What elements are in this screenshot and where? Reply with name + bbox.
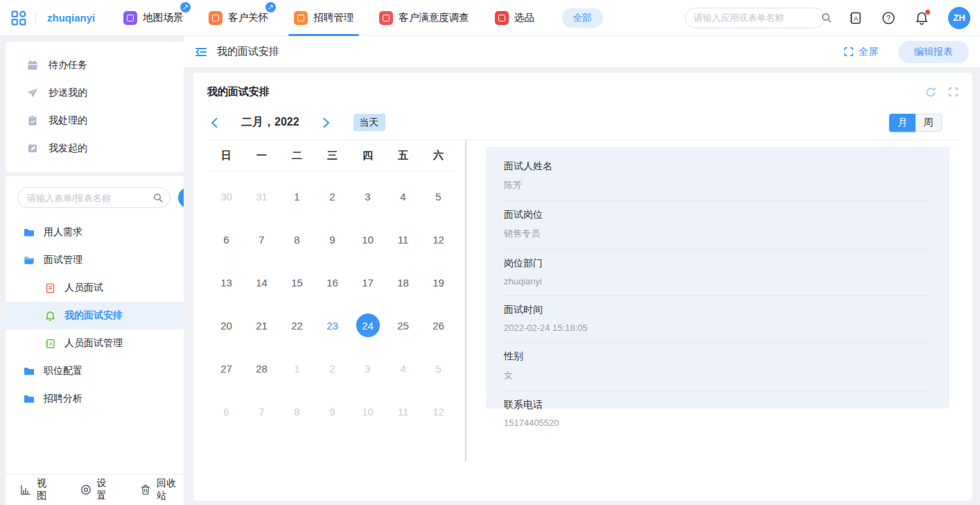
folder-staffing-needs[interactable]: 用人需求: [6, 219, 184, 246]
calendar-day[interactable]: 13: [215, 271, 238, 294]
sidebar-item-handled-by-me[interactable]: 我处理的: [6, 107, 184, 135]
help-icon[interactable]: ?: [882, 11, 895, 25]
edit-report-button[interactable]: 编辑报表: [898, 41, 969, 63]
report-my-interview-schedule[interactable]: 我的面试安排: [6, 302, 184, 329]
folder-interview-management[interactable]: 面试管理: [6, 246, 184, 274]
calendar-day[interactable]: 7: [250, 400, 274, 423]
app-grid-icon[interactable]: [11, 10, 26, 26]
form-search-input[interactable]: [27, 193, 149, 203]
expand-icon[interactable]: [948, 87, 959, 97]
calendar-day[interactable]: 8: [286, 228, 309, 251]
pin-icon: [180, 2, 191, 12]
avatar[interactable]: ZH: [948, 7, 970, 29]
calendar-day[interactable]: 25: [392, 314, 415, 337]
detail-field[interactable]: 面试岗位 销售专员: [504, 201, 930, 250]
form-personnel-interview[interactable]: 人员面试: [6, 274, 184, 302]
settings-button[interactable]: 设置: [80, 477, 115, 502]
calendar-day[interactable]: 24: [356, 314, 380, 337]
all-apps-button[interactable]: 全部: [562, 8, 603, 28]
app-tab-customer-care[interactable]: 客户关怀: [209, 0, 268, 36]
calendar-day[interactable]: 23: [321, 314, 344, 337]
calendar-day[interactable]: 5: [427, 357, 450, 380]
field-value: 陈芳: [504, 179, 930, 191]
detail-field[interactable]: 面试人姓名 陈芳: [504, 153, 930, 201]
calendar-day[interactable]: 16: [321, 271, 344, 294]
app-tab-recruitment[interactable]: 招聘管理: [294, 0, 353, 36]
folder-label: 职位配置: [44, 365, 82, 377]
detail-field[interactable]: 联系电话 15174405520: [504, 391, 930, 437]
app-tab-satisfaction-survey[interactable]: 客户满意度调查: [379, 0, 469, 36]
edit-doc-icon: [27, 143, 38, 154]
calendar-day[interactable]: 11: [392, 228, 415, 251]
calendar-day[interactable]: 19: [427, 271, 450, 294]
calendar-day[interactable]: 4: [392, 185, 415, 208]
calendar-day[interactable]: 2: [321, 357, 344, 380]
calendar-day[interactable]: 18: [392, 271, 415, 294]
calendar-day[interactable]: 7: [250, 228, 274, 251]
send-icon: [27, 87, 38, 99]
calendar-day[interactable]: 11: [392, 400, 415, 423]
calendar-day[interactable]: 14: [250, 271, 274, 294]
calendar-day[interactable]: 10: [356, 400, 380, 423]
app-tab-product-selection[interactable]: 选品: [495, 0, 534, 36]
calendar-day[interactable]: 5: [427, 185, 450, 208]
calendar-day[interactable]: 6: [215, 400, 238, 423]
month-view-button[interactable]: 月: [889, 114, 916, 132]
weekday-label: 四: [362, 149, 373, 162]
fullscreen-button[interactable]: 全屏: [843, 46, 878, 58]
calendar-day[interactable]: 10: [356, 228, 380, 251]
calendar-day[interactable]: 22: [286, 314, 309, 337]
week-view-button[interactable]: 周: [916, 114, 942, 132]
calendar-day[interactable]: 17: [356, 271, 380, 294]
calendar-day[interactable]: 2: [321, 185, 344, 208]
calendar-day[interactable]: 3: [356, 357, 380, 380]
calendar-day[interactable]: 3: [356, 185, 380, 208]
calendar-day[interactable]: 15: [286, 271, 309, 294]
notification-dot: [925, 10, 930, 15]
app-icon: [123, 11, 137, 25]
calendar-day[interactable]: 30: [215, 185, 238, 208]
calendar-day[interactable]: 27: [215, 357, 238, 380]
calendar-day[interactable]: 9: [321, 400, 344, 423]
bell-icon[interactable]: [915, 11, 929, 25]
calendar-day[interactable]: 4: [392, 357, 415, 380]
chevron-right-icon[interactable]: [318, 115, 333, 130]
calendar-day[interactable]: 1: [286, 185, 309, 208]
detail-field[interactable]: 性别 女: [504, 343, 930, 391]
app-tab-map-scene[interactable]: 地图场景: [123, 0, 183, 36]
calendar-day[interactable]: 20: [215, 314, 238, 337]
recycle-bin-button[interactable]: 回收站: [140, 477, 184, 502]
calendar-day[interactable]: 9: [321, 228, 344, 251]
global-search-input[interactable]: [694, 12, 816, 23]
detail-field[interactable]: 岗位部门 zhuqianyi: [504, 250, 930, 296]
folder-label: 用人需求: [44, 226, 82, 239]
form-search[interactable]: [17, 187, 170, 208]
calendar-day[interactable]: 12: [427, 400, 450, 423]
field-label: 性别: [504, 350, 930, 363]
detail-field[interactable]: 面试时间 2022-02-24 15:18:05: [504, 296, 930, 343]
folder-label: 招聘分析: [44, 393, 82, 405]
sidebar-item-initiated-by-me[interactable]: 我发起的: [6, 135, 184, 162]
calendar-day[interactable]: 31: [250, 185, 274, 208]
calendar-day[interactable]: 26: [427, 314, 450, 337]
views-button[interactable]: 视图: [20, 477, 55, 502]
add-button[interactable]: +: [178, 187, 184, 208]
today-button[interactable]: 当天: [353, 114, 385, 131]
calendar-day[interactable]: 6: [215, 228, 238, 251]
workspace-name[interactable]: zhuqianyi: [47, 12, 95, 24]
calendar-day[interactable]: 8: [286, 400, 309, 423]
folder-recruitment-analysis[interactable]: 招聘分析: [6, 385, 184, 413]
refresh-icon[interactable]: [925, 87, 936, 98]
form-personnel-interview-management[interactable]: A 人员面试管理: [6, 329, 184, 357]
folder-position-config[interactable]: 职位配置: [6, 357, 184, 385]
address-book-icon[interactable]: A: [848, 11, 862, 25]
calendar-day[interactable]: 1: [286, 357, 309, 380]
chevron-left-icon[interactable]: [207, 115, 222, 130]
calendar-day[interactable]: 12: [427, 228, 450, 251]
sidebar-item-cc-to-me[interactable]: 抄送我的: [6, 79, 184, 107]
sidebar-item-todo-tasks[interactable]: 待办任务: [6, 51, 184, 79]
collapse-sidebar-icon[interactable]: [195, 46, 207, 58]
calendar-day[interactable]: 21: [250, 314, 274, 337]
global-search[interactable]: [685, 8, 825, 28]
calendar-day[interactable]: 28: [250, 357, 274, 380]
